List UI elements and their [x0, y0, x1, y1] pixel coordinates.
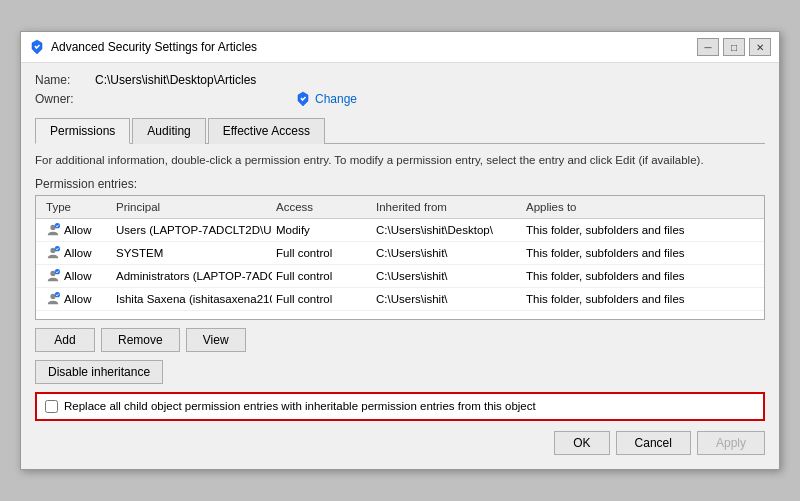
permissions-table: Type Principal Access Inherited from App…	[35, 195, 765, 320]
cell-type-0: Allow	[42, 221, 112, 239]
title-controls: ─ □ ✕	[697, 38, 771, 56]
owner-row: Owner: Change	[35, 91, 765, 107]
description-text: For additional information, double-click…	[35, 152, 765, 168]
tabs-container: Permissions Auditing Effective Access	[35, 117, 765, 144]
table-header: Type Principal Access Inherited from App…	[36, 196, 764, 219]
cell-principal-1: SYSTEM	[112, 245, 272, 261]
table-row[interactable]: Allow Ishita Saxena (ishitasaxena2109...…	[36, 288, 764, 311]
cell-inherited-0: C:\Users\ishit\Desktop\	[372, 222, 522, 238]
replace-permissions-checkbox[interactable]	[45, 400, 58, 413]
tab-effective-access[interactable]: Effective Access	[208, 118, 325, 144]
shield-icon	[295, 91, 311, 107]
cell-inherited-3: C:\Users\ishit\	[372, 291, 522, 307]
change-link[interactable]: Change	[295, 91, 357, 107]
cell-access-1: Full control	[272, 245, 372, 261]
cell-type-1: Allow	[42, 244, 112, 262]
cell-access-3: Full control	[272, 291, 372, 307]
window-title: Advanced Security Settings for Articles	[51, 40, 257, 54]
table-body: Allow Users (LAPTOP-7ADCLT2D\Users) Modi…	[36, 219, 764, 319]
svg-point-3	[55, 246, 60, 251]
svg-point-1	[55, 223, 60, 228]
close-button[interactable]: ✕	[749, 38, 771, 56]
cell-principal-0: Users (LAPTOP-7ADCLT2D\Users)	[112, 222, 272, 238]
cell-applies-0: This folder, subfolders and files	[522, 222, 702, 238]
bottom-buttons: OK Cancel Apply	[35, 431, 765, 459]
name-row: Name: C:\Users\ishit\Desktop\Articles	[35, 73, 765, 87]
cell-principal-2: Administrators (LAPTOP-7ADCLT...	[112, 268, 272, 284]
cell-principal-3: Ishita Saxena (ishitasaxena2109...	[112, 291, 272, 307]
add-button[interactable]: Add	[35, 328, 95, 352]
cell-inherited-1: C:\Users\ishit\	[372, 245, 522, 261]
cell-access-2: Full control	[272, 268, 372, 284]
cell-type-3: Allow	[42, 290, 112, 308]
action-buttons: Add Remove View	[35, 328, 765, 352]
tab-permissions[interactable]: Permissions	[35, 118, 130, 144]
user-icon	[46, 269, 60, 283]
col-principal: Principal	[112, 199, 272, 215]
window-icon	[29, 39, 45, 55]
table-row[interactable]: Allow Administrators (LAPTOP-7ADCLT... F…	[36, 265, 764, 288]
user-icon	[46, 223, 60, 237]
tab-auditing[interactable]: Auditing	[132, 118, 205, 144]
view-button[interactable]: View	[186, 328, 246, 352]
user-icon	[46, 292, 60, 306]
col-inherited: Inherited from	[372, 199, 522, 215]
user-icon	[46, 246, 60, 260]
name-label: Name:	[35, 73, 95, 87]
cell-inherited-2: C:\Users\ishit\	[372, 268, 522, 284]
cell-type-2: Allow	[42, 267, 112, 285]
col-type: Type	[42, 199, 112, 215]
svg-point-5	[55, 269, 60, 274]
change-link-label: Change	[315, 92, 357, 106]
title-bar: Advanced Security Settings for Articles …	[21, 32, 779, 63]
apply-button[interactable]: Apply	[697, 431, 765, 455]
advanced-security-dialog: Advanced Security Settings for Articles …	[20, 31, 780, 469]
cell-access-0: Modify	[272, 222, 372, 238]
maximize-button[interactable]: □	[723, 38, 745, 56]
table-row[interactable]: Allow SYSTEM Full control C:\Users\ishit…	[36, 242, 764, 265]
remove-button[interactable]: Remove	[101, 328, 180, 352]
col-access: Access	[272, 199, 372, 215]
col-applies: Applies to	[522, 199, 702, 215]
cell-applies-2: This folder, subfolders and files	[522, 268, 702, 284]
cell-applies-1: This folder, subfolders and files	[522, 245, 702, 261]
cell-applies-3: This folder, subfolders and files	[522, 291, 702, 307]
disable-inheritance-button[interactable]: Disable inheritance	[35, 360, 163, 384]
svg-point-7	[55, 292, 60, 297]
owner-label: Owner:	[35, 92, 95, 106]
minimize-button[interactable]: ─	[697, 38, 719, 56]
cancel-button[interactable]: Cancel	[616, 431, 691, 455]
replace-permissions-label: Replace all child object permission entr…	[64, 400, 536, 412]
ok-button[interactable]: OK	[554, 431, 609, 455]
replace-permissions-row: Replace all child object permission entr…	[35, 392, 765, 421]
name-value: C:\Users\ishit\Desktop\Articles	[95, 73, 256, 87]
table-row[interactable]: Allow Users (LAPTOP-7ADCLT2D\Users) Modi…	[36, 219, 764, 242]
permission-entries-label: Permission entries:	[35, 177, 765, 191]
